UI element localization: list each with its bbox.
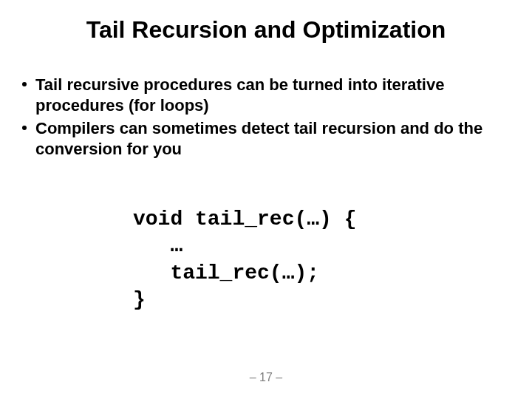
bullet-list: Tail recursive procedures can be turned …: [0, 75, 532, 159]
bullet-text: Tail recursive procedures can be turned …: [35, 75, 502, 115]
bullet-dot-icon: [22, 82, 27, 86]
code-line: tail_rec(…);: [133, 262, 319, 284]
slide-title: Tail Recursion and Optimization: [0, 0, 532, 44]
slide: Tail Recursion and Optimization Tail rec…: [0, 0, 532, 399]
code-block: void tail_rec(…) { … tail_rec(…); }: [133, 206, 532, 314]
code-line: }: [133, 288, 146, 311]
bullet-item: Compilers can sometimes detect tail recu…: [22, 118, 502, 159]
code-line: void tail_rec(…) {: [133, 208, 356, 231]
page-number: – 17 –: [0, 371, 532, 384]
bullet-text: Compilers can sometimes detect tail recu…: [35, 118, 502, 159]
code-line: …: [133, 234, 183, 257]
bullet-dot-icon: [22, 126, 27, 130]
bullet-item: Tail recursive procedures can be turned …: [22, 75, 502, 115]
